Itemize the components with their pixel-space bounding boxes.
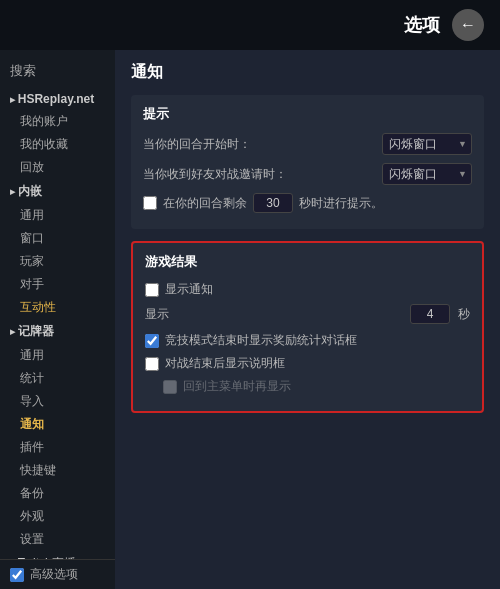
content-area: 通知 提示 当你的回合开始时： 闪烁窗口 无 声音提示 当你收到好友对战邀请时：: [115, 50, 500, 589]
sidebar-item-opponent[interactable]: 对手: [0, 273, 115, 296]
game-result-section: 游戏结果 显示通知 显示 秒 竞技模式结束时显示奖励统计对话框 对战结束后显示说…: [131, 241, 484, 413]
display-value-input[interactable]: [410, 304, 450, 324]
sidebar-item-my-collection[interactable]: 我的收藏: [0, 133, 115, 156]
game-start-row: 当你的回合开始时： 闪烁窗口 无 声音提示: [143, 133, 472, 155]
advanced-options-label: 高级选项: [30, 566, 78, 583]
return-to-menu-checkbox: [163, 380, 177, 394]
sidebar-item-backup[interactable]: 备份: [0, 482, 115, 505]
sidebar-item-window[interactable]: 窗口: [0, 227, 115, 250]
sidebar-item-notifications[interactable]: 通知: [0, 413, 115, 436]
sidebar-item-appearance[interactable]: 外观: [0, 505, 115, 528]
after-game-checkbox[interactable]: [145, 357, 159, 371]
display-label: 显示: [145, 306, 402, 323]
timer-input[interactable]: [253, 193, 293, 213]
content-title: 通知: [131, 62, 484, 83]
friend-invite-label: 当你收到好友对战邀请时：: [143, 166, 374, 183]
sidebar-item-stats[interactable]: 统计: [0, 367, 115, 390]
sidebar: 搜索 HSReplay.net 我的账户 我的收藏 回放 内嵌 通用 窗口 玩家…: [0, 50, 115, 589]
show-notification-label: 显示通知: [165, 281, 213, 298]
competitive-mode-label: 竞技模式结束时显示奖励统计对话框: [165, 332, 357, 349]
display-duration-row: 显示 秒: [145, 304, 470, 324]
show-notification-checkbox[interactable]: [145, 283, 159, 297]
back-icon: ←: [460, 16, 476, 34]
advanced-options-bar: 高级选项: [0, 559, 115, 589]
game-start-select-wrapper: 闪烁窗口 无 声音提示: [382, 133, 472, 155]
friend-invite-select[interactable]: 闪烁窗口 无 声音提示: [382, 163, 472, 185]
sidebar-search[interactable]: 搜索: [0, 58, 115, 88]
game-start-label: 当你的回合开始时：: [143, 136, 374, 153]
sidebar-item-import[interactable]: 导入: [0, 390, 115, 413]
sidebar-section-embed: 内嵌: [0, 179, 115, 204]
display-unit: 秒: [458, 306, 470, 323]
sidebar-item-interactive[interactable]: 互动性: [0, 296, 115, 319]
sidebar-item-player[interactable]: 玩家: [0, 250, 115, 273]
game-start-select[interactable]: 闪烁窗口 无 声音提示: [382, 133, 472, 155]
return-to-menu-row: 回到主菜单时再显示: [145, 378, 470, 395]
friend-invite-row: 当你收到好友对战邀请时： 闪烁窗口 无 声音提示: [143, 163, 472, 185]
return-to-menu-label: 回到主菜单时再显示: [183, 378, 291, 395]
competitive-mode-row: 竞技模式结束时显示奖励统计对话框: [145, 332, 470, 349]
show-notification-row: 显示通知: [145, 281, 470, 298]
sidebar-item-my-account[interactable]: 我的账户: [0, 110, 115, 133]
timer-label-prefix: 在你的回合剩余: [163, 195, 247, 212]
advanced-options-checkbox[interactable]: [10, 568, 24, 582]
sidebar-item-general-tracker[interactable]: 通用: [0, 344, 115, 367]
timer-label-suffix: 秒时进行提示。: [299, 195, 383, 212]
sidebar-section-hsreplay: HSReplay.net: [0, 88, 115, 110]
sidebar-item-shortcuts[interactable]: 快捷键: [0, 459, 115, 482]
after-game-label: 对战结束后显示说明框: [165, 355, 285, 372]
main-layout: 搜索 HSReplay.net 我的账户 我的收藏 回放 内嵌 通用 窗口 玩家…: [0, 50, 500, 589]
hints-section-title: 提示: [143, 105, 472, 123]
competitive-mode-checkbox[interactable]: [145, 334, 159, 348]
sidebar-section-tracker: 记牌器: [0, 319, 115, 344]
header: 选项 ←: [0, 0, 500, 50]
back-button[interactable]: ←: [452, 9, 484, 41]
after-game-row: 对战结束后显示说明框: [145, 355, 470, 372]
friend-invite-select-wrapper: 闪烁窗口 无 声音提示: [382, 163, 472, 185]
sidebar-item-general-embed[interactable]: 通用: [0, 204, 115, 227]
game-result-title: 游戏结果: [145, 253, 470, 271]
page-title: 选项: [404, 13, 440, 37]
sidebar-item-settings[interactable]: 设置: [0, 528, 115, 551]
timer-checkbox[interactable]: [143, 196, 157, 210]
sidebar-item-plugins[interactable]: 插件: [0, 436, 115, 459]
hints-section: 提示 当你的回合开始时： 闪烁窗口 无 声音提示 当你收到好友对战邀请时： 闪烁…: [131, 95, 484, 229]
sidebar-item-playback[interactable]: 回放: [0, 156, 115, 179]
timer-row: 在你的回合剩余 秒时进行提示。: [143, 193, 472, 213]
